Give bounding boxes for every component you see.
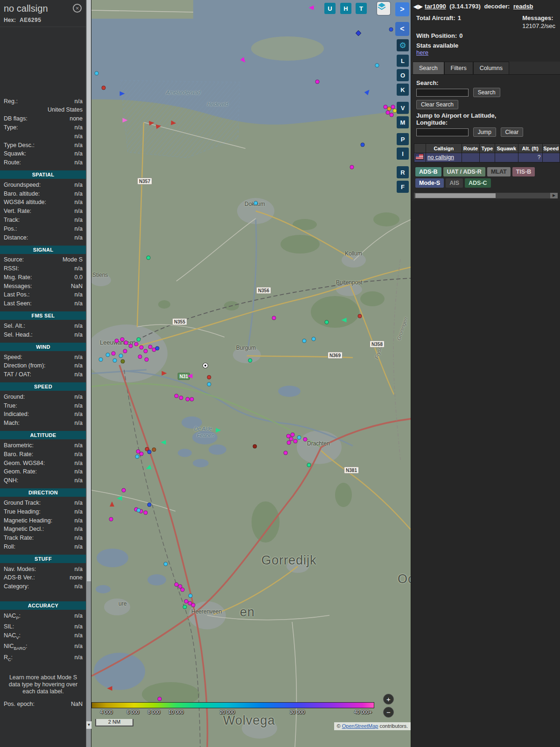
aircraft-marker[interactable] [309,5,314,10]
aircraft-marker[interactable] [115,339,119,343]
aircraft-marker[interactable] [284,451,288,455]
aircraft-marker[interactable] [181,588,185,592]
aircraft-marker[interactable] [119,354,123,358]
aircraft-marker[interactable] [149,120,154,126]
aircraft-marker[interactable] [248,359,252,363]
readsb-link[interactable]: readsb [513,3,533,10]
filter-button-ais[interactable]: AIS [446,178,463,188]
search-input[interactable] [416,89,469,97]
jump-input[interactable] [416,128,469,136]
aircraft-marker[interactable] [102,86,106,90]
aircraft-marker[interactable] [137,338,141,342]
aircraft-marker[interactable] [106,353,110,357]
map-button-l[interactable]: L [397,55,409,67]
aircraft-marker[interactable] [112,352,116,356]
openstreetmap-link[interactable]: OpenStreetMap [342,723,378,729]
aircraft-marker[interactable] [190,397,194,402]
aircraft-marker[interactable] [99,358,103,362]
aircraft-marker[interactable] [158,697,162,701]
aircraft-marker[interactable] [390,113,394,117]
aircraft-marker[interactable] [95,71,99,76]
aircraft-marker[interactable] [307,463,311,467]
scroll-right-icon[interactable]: ▶ [550,193,558,198]
aircraft-row[interactable]: no callsign ? [414,153,560,162]
aircraft-marker[interactable] [147,450,152,454]
aircraft-marker[interactable] [361,143,365,147]
map-button-k[interactable]: K [397,84,409,96]
aircraft-marker[interactable] [110,501,114,507]
aircraft-marker[interactable] [135,455,140,459]
aircraft-marker[interactable] [302,339,307,343]
zoom-out-button[interactable]: − [383,707,394,718]
filter-button-tis-b[interactable]: TIS-B [512,167,535,176]
aircraft-marker[interactable] [162,371,167,375]
aircraft-marker[interactable] [138,355,142,359]
aircraft-marker[interactable] [294,439,298,444]
tab-filters[interactable]: Filters [444,62,473,74]
aircraft-marker[interactable] [109,517,113,521]
stats-here-link[interactable]: here [416,49,428,56]
settings-button[interactable]: ⚙ [397,39,409,51]
aircraft-marker[interactable] [117,496,122,500]
aircraft-marker[interactable] [315,80,320,84]
column-header-speed[interactable]: Speed [542,143,560,153]
aircraft-marker[interactable] [303,437,308,442]
map-button-r[interactable]: R [397,166,409,178]
column-header-type[interactable]: Type [479,143,495,153]
column-header-squawk[interactable]: Squawk [495,143,518,153]
aircraft-marker[interactable] [207,382,211,387]
tab-columns[interactable]: Columns [473,62,509,74]
layer-switcher-button[interactable] [377,2,390,15]
aircraft-marker[interactable] [144,511,148,515]
aircraft-marker[interactable] [216,428,221,432]
aircraft-marker[interactable] [291,433,295,437]
column-header-route[interactable]: Route [462,143,479,153]
aircraft-marker[interactable] [145,358,149,362]
aircraft-marker[interactable] [121,359,125,364]
aircraft-marker[interactable] [161,440,166,444]
column-header-flag[interactable] [414,143,426,153]
search-button[interactable]: Search [473,88,500,97]
aircraft-marker[interactable] [186,397,190,402]
map-button-p[interactable]: P [397,133,409,145]
hscrollbar-thumb[interactable] [415,193,496,198]
aircraft-marker[interactable] [140,452,144,456]
map-button-m[interactable]: M [397,116,409,128]
filter-button-ads-b[interactable]: ADS-B [415,167,441,176]
map-button-u[interactable]: U [324,3,336,14]
aircraft-marker[interactable] [253,444,257,449]
map-button-o[interactable]: O [397,69,409,81]
aircraft-marker[interactable] [120,338,125,342]
jump-clear-button[interactable]: Clear [501,127,524,137]
aircraft-marker[interactable] [156,124,162,129]
aircraft-marker[interactable] [113,359,117,363]
aircraft-marker[interactable] [120,91,125,96]
aircraft-marker[interactable] [123,118,128,122]
aircraft-marker[interactable] [312,337,316,341]
aircraft-marker[interactable] [179,396,183,400]
aircraft-marker[interactable] [129,344,133,348]
filter-button-mlat[interactable]: MLAT [487,167,511,176]
aircraft-marker[interactable] [191,603,196,607]
filter-button-mode-s[interactable]: Mode-S [415,178,444,188]
aircraft-marker[interactable] [358,314,362,318]
aircraft-marker[interactable] [171,120,176,126]
aircraft-marker[interactable] [155,346,160,351]
table-horizontal-scrollbar[interactable]: ▶ [413,192,558,199]
clear-search-button[interactable]: Clear Search [416,100,458,109]
scroll-down-icon[interactable]: ▼ [86,721,91,729]
aircraft-marker[interactable] [389,28,393,32]
aircraft-marker[interactable] [189,594,193,598]
aircraft-marker[interactable] [122,488,126,493]
aircraft-marker[interactable] [124,341,128,345]
map-button-f[interactable]: F [397,181,409,193]
aircraft-marker[interactable] [107,686,112,691]
tab-search[interactable]: Search [413,62,444,74]
shrink-table-icon[interactable]: ◀ [413,3,418,10]
grow-table-icon[interactable]: ▶ [418,3,422,10]
map-button-i[interactable]: I [397,148,409,160]
collapse-panel-button[interactable]: < [395,22,409,36]
aircraft-marker[interactable] [140,345,144,350]
aircraft-marker[interactable] [134,342,139,346]
map-button-h[interactable]: H [340,3,351,14]
